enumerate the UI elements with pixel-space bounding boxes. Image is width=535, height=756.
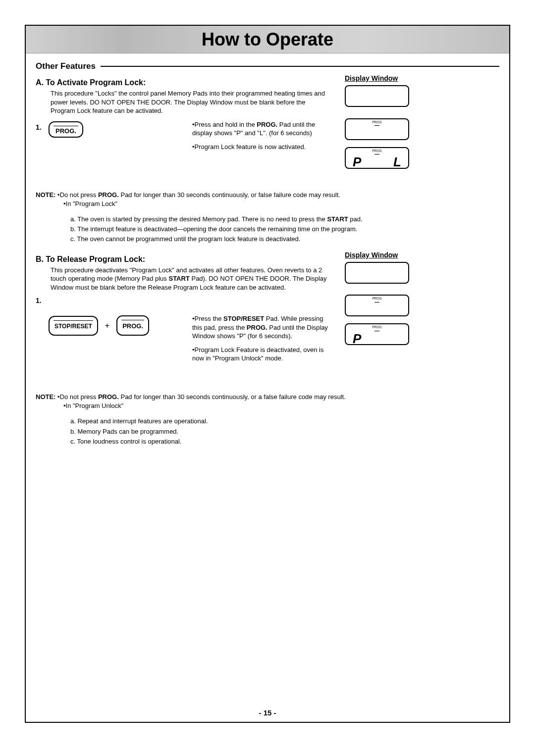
- note-a-sub-a: a. The oven is started by pressing the d…: [70, 215, 499, 224]
- display-window-a-pl: PROG — P L: [345, 147, 409, 169]
- disp-b3-p: P: [353, 331, 361, 347]
- note-a: NOTE: •Do not press PROG. Pad for longer…: [36, 191, 499, 244]
- page-title: How to Operate: [202, 29, 333, 50]
- prog-pad-a-label: PROG.: [55, 127, 76, 135]
- disp-b2-bar: —: [350, 301, 404, 303]
- step-b1-bullet1: •Press the STOP/RESET Pad. While pressin…: [192, 314, 328, 341]
- step-b1-bullet2: •Program Lock Feature is deactivated, ov…: [192, 346, 328, 363]
- section-a-heading: A. To Activate Program Lock:: [36, 78, 328, 87]
- note-b-line1: •Do not press PROG. Pad for longer than …: [57, 393, 346, 401]
- disp-a3-p: P: [353, 154, 361, 170]
- display-window-b-prog: PROG —: [345, 295, 409, 316]
- display-window-b-p: PROG — P: [345, 323, 409, 345]
- page-content: Other Features A. To Activate Program Lo…: [26, 53, 509, 722]
- heading-rule: [101, 66, 499, 67]
- note-a-label: NOTE:: [36, 191, 55, 199]
- stop-reset-label: STOP/RESET: [54, 323, 92, 330]
- note-b-label: NOTE:: [36, 393, 55, 401]
- display-window-b-blank: [345, 262, 409, 284]
- note-b-sub-c: c. Tone loudness control is operational.: [70, 437, 499, 446]
- section-a-intro: This procedure "Locks" the control panel…: [51, 89, 328, 115]
- prog-pad-b-label: PROG.: [122, 322, 143, 330]
- prog-pad-b: PROG.: [116, 315, 149, 336]
- display-window-a-blank: [345, 85, 409, 107]
- section-b-heading: B. To Release Program Lock:: [36, 255, 328, 264]
- stop-reset-pad: STOP/RESET: [49, 316, 98, 336]
- step-a1-bullet2: •Program Lock feature is now activated.: [192, 143, 328, 151]
- note-a-line2: •In "Program Lock": [63, 200, 499, 208]
- other-features-heading: Other Features: [36, 61, 499, 71]
- note-b-sub-a: a. Repeat and interrupt features are ope…: [70, 417, 499, 426]
- page-frame: How to Operate Other Features A. To Acti…: [25, 25, 510, 723]
- note-a-sub-c: c. The oven cannot be programmed until t…: [70, 235, 499, 244]
- note-a-line1: •Do not press PROG. Pad for longer than …: [57, 191, 340, 199]
- disp-a3-l: L: [393, 154, 401, 170]
- display-window-a-prog: PROG —: [345, 118, 409, 140]
- note-b: NOTE: •Do not press PROG. Pad for longer…: [36, 393, 499, 446]
- note-a-sub-b: b. The interrupt feature is deactivated—…: [70, 225, 499, 234]
- display-window-label-a: Display Window: [345, 74, 432, 82]
- display-window-label-b: Display Window: [345, 251, 432, 259]
- step-a1-number: 1.: [36, 120, 49, 131]
- prog-pad-a: PROG.: [49, 121, 83, 138]
- title-bar: How to Operate: [26, 26, 509, 53]
- other-features-label: Other Features: [36, 61, 96, 71]
- plus-symbol: +: [103, 321, 111, 330]
- note-b-sub-b: b. Memory Pads can be programmed.: [70, 427, 499, 436]
- note-b-line2: •In "Program Unlock": [63, 402, 499, 410]
- section-b-intro: This procedure deactivates "Program Lock…: [51, 266, 328, 292]
- step-b1-number: 1.: [36, 297, 49, 304]
- page-number: - 15 -: [26, 708, 509, 717]
- step-a1-bullet1: •Press and hold in the PROG. Pad until t…: [192, 120, 328, 138]
- disp-a2-bar: —: [350, 124, 404, 127]
